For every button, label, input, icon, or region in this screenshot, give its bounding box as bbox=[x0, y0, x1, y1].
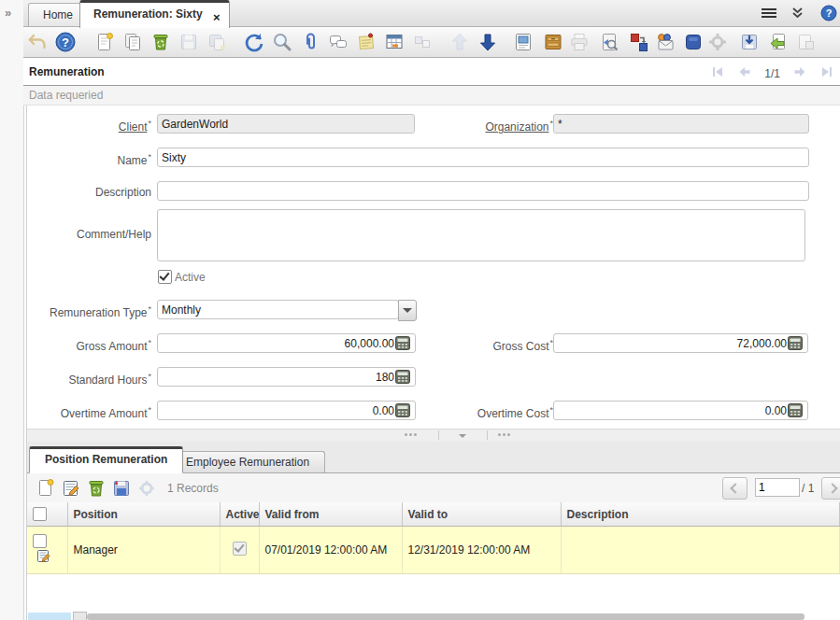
chat-icon[interactable] bbox=[327, 31, 349, 53]
col-description[interactable]: Description bbox=[561, 502, 840, 527]
new-record-icon[interactable] bbox=[93, 31, 116, 53]
overtime-cost-label: Overtime Cost* bbox=[426, 405, 553, 420]
detail-new-record-icon[interactable] bbox=[36, 478, 56, 499]
report-icon[interactable] bbox=[512, 31, 534, 53]
calculator-icon[interactable] bbox=[395, 336, 410, 350]
detail-save-record-icon[interactable] bbox=[111, 478, 132, 499]
overtime-cost-field[interactable] bbox=[553, 401, 808, 420]
splitter-divider bbox=[487, 430, 488, 440]
description-field[interactable] bbox=[157, 181, 809, 201]
detail-record-icon[interactable] bbox=[477, 31, 499, 53]
calculator-icon[interactable] bbox=[788, 336, 803, 350]
organization-field[interactable] bbox=[553, 114, 809, 134]
col-valid-from[interactable]: Valid from bbox=[259, 502, 402, 527]
standard-hours-field[interactable] bbox=[157, 367, 416, 387]
attachment-icon[interactable] bbox=[299, 31, 321, 53]
cell-description bbox=[561, 527, 840, 573]
requests-icon[interactable] bbox=[654, 31, 676, 53]
remuneration-window: » Home Remuneration: Sixty × ? ? bbox=[0, 0, 840, 620]
print-preview-icon[interactable] bbox=[598, 31, 620, 53]
grid-row[interactable]: Manager 07/01/2019 12:00:00 AM 12/31/201… bbox=[27, 527, 840, 573]
page-total: / 1 bbox=[802, 482, 814, 495]
grid-header-row: Position Active Valid from Valid to Desc… bbox=[27, 502, 840, 527]
name-field[interactable] bbox=[157, 148, 809, 167]
copy-record-icon[interactable] bbox=[121, 31, 144, 53]
next-record-icon bbox=[792, 64, 807, 82]
svg-text:?: ? bbox=[826, 7, 833, 19]
col-valid-to[interactable]: Valid to bbox=[402, 502, 561, 527]
remuneration-type-dropdown-button[interactable] bbox=[398, 300, 417, 321]
next-page-button[interactable] bbox=[821, 477, 840, 500]
help-icon[interactable]: ? bbox=[820, 5, 837, 24]
row-edit-icon[interactable] bbox=[36, 548, 51, 567]
client-field[interactable] bbox=[157, 114, 415, 134]
col-active[interactable]: Active bbox=[220, 502, 259, 527]
col-position[interactable]: Position bbox=[67, 502, 220, 527]
menu-icon[interactable] bbox=[762, 8, 776, 19]
calculator-icon[interactable] bbox=[395, 370, 410, 384]
gross-cost-label: Gross Cost* bbox=[426, 338, 553, 353]
previous-page-button[interactable] bbox=[722, 477, 747, 500]
settings-icon bbox=[706, 31, 729, 53]
grid-frozen-column-strip bbox=[28, 613, 71, 620]
select-all-checkbox[interactable] bbox=[33, 507, 47, 521]
record-position: 1/1 bbox=[764, 67, 780, 80]
parent-record-icon bbox=[448, 31, 471, 53]
last-record-icon bbox=[819, 64, 834, 82]
scroll-left-button[interactable] bbox=[73, 612, 87, 620]
description-label: Description bbox=[27, 186, 151, 199]
refresh-icon[interactable] bbox=[243, 31, 265, 53]
overtime-amount-label: Overtime Amount* bbox=[27, 405, 151, 420]
chevron-right-icon bbox=[827, 483, 837, 493]
name-label: Name* bbox=[27, 152, 151, 167]
pane-splitter[interactable] bbox=[27, 429, 840, 443]
page-number-input[interactable] bbox=[755, 478, 800, 497]
close-tab-icon[interactable]: × bbox=[213, 7, 221, 29]
tab-remuneration-label: Remuneration: Sixty bbox=[93, 7, 203, 21]
print-format-icon bbox=[794, 31, 817, 53]
detail-edit-record-icon[interactable] bbox=[61, 478, 81, 499]
calculator-icon[interactable] bbox=[395, 403, 410, 417]
gross-cost-field[interactable] bbox=[553, 333, 808, 353]
tab-position-remuneration[interactable]: Position Remuneration bbox=[29, 446, 183, 473]
comment-help-field[interactable] bbox=[157, 209, 805, 261]
horizontal-scrollbar[interactable] bbox=[87, 613, 804, 620]
expand-west-icon[interactable]: » bbox=[5, 6, 11, 20]
calculator-icon[interactable] bbox=[788, 403, 803, 417]
save-icon bbox=[178, 31, 200, 53]
record-navigation: 1/1 bbox=[710, 64, 834, 82]
remuneration-type-field[interactable] bbox=[157, 300, 399, 319]
splitter-grip[interactable] bbox=[498, 433, 510, 436]
tab-remuneration[interactable]: Remuneration: Sixty × bbox=[79, 0, 230, 28]
active-checkbox[interactable] bbox=[158, 270, 172, 284]
csv-import-icon[interactable] bbox=[766, 31, 789, 53]
detail-delete-record-icon[interactable] bbox=[86, 478, 107, 499]
splitter-collapse-icon[interactable] bbox=[459, 434, 466, 438]
gross-amount-field[interactable] bbox=[157, 333, 416, 353]
product-info-icon[interactable] bbox=[682, 31, 705, 53]
window-header: Remuneration 1/1 bbox=[23, 58, 840, 86]
collapse-header-icon[interactable] bbox=[790, 7, 804, 22]
first-record-icon bbox=[710, 64, 725, 82]
standard-hours-label: Standard Hours* bbox=[27, 372, 151, 387]
help-toolbar-icon[interactable]: ? bbox=[54, 31, 77, 53]
find-icon[interactable] bbox=[271, 31, 293, 53]
row-checkbox[interactable] bbox=[33, 534, 47, 548]
archive-icon[interactable] bbox=[542, 31, 564, 53]
overtime-amount-field[interactable] bbox=[157, 401, 416, 420]
create-note-icon[interactable] bbox=[355, 31, 377, 53]
toggle-grid-icon[interactable] bbox=[383, 31, 406, 53]
export-icon[interactable] bbox=[738, 31, 761, 53]
delete-record-icon[interactable] bbox=[149, 31, 172, 53]
window-tabbar: Home Remuneration: Sixty × ? bbox=[23, 0, 840, 27]
save-create-new-icon bbox=[206, 31, 228, 53]
splitter-grip[interactable] bbox=[405, 433, 417, 436]
splitter-divider bbox=[438, 430, 439, 440]
gross-amount-label: Gross Amount* bbox=[27, 338, 151, 353]
workflow-icon[interactable] bbox=[628, 31, 650, 53]
select-all-header bbox=[27, 502, 67, 527]
previous-record-icon bbox=[737, 64, 752, 82]
comment-help-label: Comment/Help bbox=[27, 228, 151, 241]
tab-employee-remuneration[interactable]: Employee Remuneration bbox=[170, 451, 325, 472]
ignore-changes-icon[interactable] bbox=[26, 31, 49, 53]
